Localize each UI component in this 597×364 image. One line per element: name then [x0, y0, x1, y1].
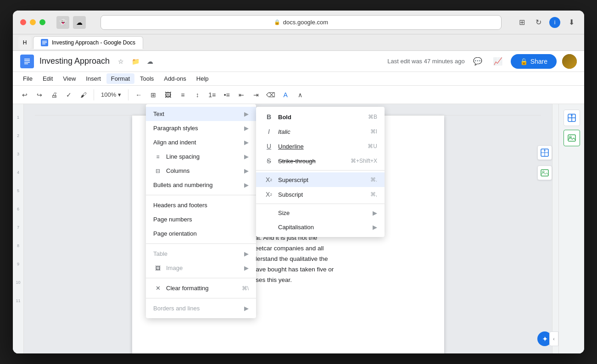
bullet-list-button[interactable]: •≡: [220, 88, 233, 101]
text-bold-item[interactable]: B Bold ⌘B: [256, 110, 385, 124]
underline-icon: U: [263, 143, 274, 150]
cloud-extension-icon[interactable]: ☁: [73, 16, 86, 29]
redo-button[interactable]: ↪: [33, 88, 46, 101]
minimize-button[interactable]: [30, 19, 36, 25]
decrease-indent-button[interactable]: ⇤: [235, 88, 248, 101]
line-spacing-menu-icon: ≡: [153, 154, 162, 160]
close-button[interactable]: [20, 19, 26, 25]
url-bar[interactable]: 🔒 docs.google.com: [100, 15, 502, 30]
expand-button[interactable]: ∧: [294, 88, 307, 101]
format-page-numbers-item[interactable]: Page numbers: [146, 212, 256, 226]
underline-label: Underline: [278, 143, 357, 150]
back-arrow-button[interactable]: ←: [132, 88, 145, 101]
bullets-label: Bullets and numbering: [153, 182, 240, 188]
url-text: docs.google.com: [283, 19, 328, 26]
collapse-sidebar-button[interactable]: ‹: [549, 331, 558, 346]
text-capitalisation-item[interactable]: Capitalisation ▶: [256, 220, 385, 234]
format-text-item[interactable]: Text ▶ B Bold ⌘B I Italic: [146, 107, 256, 121]
format-text-arrow-icon: ▶: [244, 110, 249, 117]
paint-format-button[interactable]: 🖌: [77, 88, 90, 101]
svg-rect-20: [541, 170, 548, 176]
chat-icon[interactable]: 💬: [470, 54, 485, 69]
ruler-numbers: 1 2 3 4 5 6 7 8 9 10 11: [13, 104, 23, 303]
info-icon[interactable]: i: [549, 17, 560, 28]
insert-image-sidebar-button[interactable]: [564, 130, 580, 146]
italic-icon: I: [263, 128, 274, 135]
format-line-spacing-item[interactable]: ≡ Line spacing ▶: [146, 149, 256, 164]
size-label: Size: [278, 210, 371, 216]
reload-icon[interactable]: ↻: [533, 17, 544, 28]
line-spacing-button[interactable]: ↕: [191, 88, 204, 101]
text-strike-item[interactable]: S Strike-through ⌘+Shift+X: [256, 154, 385, 168]
home-tab[interactable]: H: [18, 36, 31, 49]
svg-rect-1: [42, 41, 47, 42]
strikethrough-icon: S: [263, 157, 274, 165]
clear-format-button[interactable]: ⌫: [264, 88, 277, 101]
format-bullets-item[interactable]: Bullets and numbering ▶: [146, 178, 256, 192]
translate-icon[interactable]: ⊞: [516, 17, 527, 28]
text-superscript-item[interactable]: X2 Superscript ⌘.: [256, 172, 385, 187]
avatar[interactable]: [562, 54, 577, 69]
trending-icon[interactable]: 📈: [491, 54, 505, 69]
last-edit-text: Last edit was 47 minutes ago: [387, 58, 464, 65]
menu-edit[interactable]: Edit: [38, 73, 57, 84]
menu-tools[interactable]: Tools: [135, 73, 158, 84]
lock-share-icon: 🔒: [520, 58, 528, 65]
star-icon[interactable]: ☆: [115, 56, 126, 67]
download-icon[interactable]: ⬇: [566, 17, 577, 28]
floating-table-button[interactable]: +: [537, 145, 552, 160]
folder-icon[interactable]: 📁: [130, 56, 141, 67]
undo-button[interactable]: ↩: [18, 88, 31, 101]
ghost-extension-icon[interactable]: 👻: [56, 16, 69, 29]
menu-addons[interactable]: Add-ons: [159, 73, 190, 84]
format-page-orientation-item[interactable]: Page orientation: [146, 226, 256, 241]
floating-image-button[interactable]: [537, 165, 552, 180]
maximize-button[interactable]: [39, 19, 45, 25]
format-headers-item[interactable]: Headers and footers: [146, 198, 256, 212]
format-align-indent-item[interactable]: Align and indent ▶: [146, 135, 256, 149]
menu-format[interactable]: Format: [106, 73, 134, 84]
menu-help[interactable]: Help: [192, 73, 213, 84]
headers-label: Headers and footers: [153, 202, 249, 209]
format-clear-formatting-item[interactable]: ✕ Clear formatting ⌘\: [146, 281, 256, 295]
share-button[interactable]: 🔒 Share: [511, 54, 557, 69]
line-spacing-arrow-icon: ▶: [244, 153, 249, 160]
format-sep4: [146, 298, 256, 298]
subscript-shortcut: ⌘,: [370, 191, 377, 198]
table-arrow-icon: ▶: [244, 250, 249, 257]
numbered-list-button[interactable]: 1≡: [206, 88, 218, 101]
menu-insert[interactable]: Insert: [81, 73, 106, 84]
spellcheck-button[interactable]: ✓: [62, 88, 75, 101]
line-spacing-label: Line spacing: [166, 153, 240, 160]
text-subscript-item[interactable]: X2 Subscript ⌘,: [256, 187, 385, 202]
text-italic-item[interactable]: I Italic ⌘I: [256, 124, 385, 139]
columns-label: Columns: [166, 167, 240, 174]
format-text-label: Text: [153, 110, 240, 117]
highlight-button[interactable]: A: [279, 88, 292, 101]
format-columns-item[interactable]: ⊟ Columns ▶: [146, 164, 256, 178]
size-arrow-icon: ▶: [373, 210, 377, 216]
format-borders-item: Borders and lines ▶: [146, 301, 256, 315]
format-paragraph-styles-item[interactable]: Paragraph styles ▶: [146, 121, 256, 135]
menu-file[interactable]: File: [18, 73, 37, 84]
image-insert-button[interactable]: 🖼: [162, 88, 174, 101]
menu-view[interactable]: View: [58, 73, 80, 84]
print-button[interactable]: 🖨: [48, 88, 61, 101]
increase-indent-button[interactable]: ⇥: [250, 88, 262, 101]
zoom-selector[interactable]: 100% ▾: [98, 90, 124, 99]
docs-logo: [20, 55, 34, 68]
titlebar-actions: ⊞ ↻ i ⬇: [516, 17, 577, 28]
scroll-right[interactable]: [552, 104, 558, 353]
text-underline-item[interactable]: U Underline ⌘U: [256, 139, 385, 154]
share-label: Share: [530, 58, 547, 65]
format-sep1: [146, 195, 256, 195]
docs-favicon: [41, 39, 48, 46]
strike-shortcut: ⌘+Shift+X: [351, 158, 377, 164]
toolbar-divider-2: [128, 89, 128, 100]
text-size-item[interactable]: Size ▶: [256, 206, 385, 220]
docs-tab[interactable]: Investing Approach - Google Docs: [33, 36, 143, 49]
insert-table-sidebar-button[interactable]: +: [564, 110, 580, 126]
align-button[interactable]: ≡: [176, 88, 189, 101]
cloud-save-icon[interactable]: ☁: [145, 56, 156, 67]
table-insert-button[interactable]: ⊞: [147, 88, 160, 101]
